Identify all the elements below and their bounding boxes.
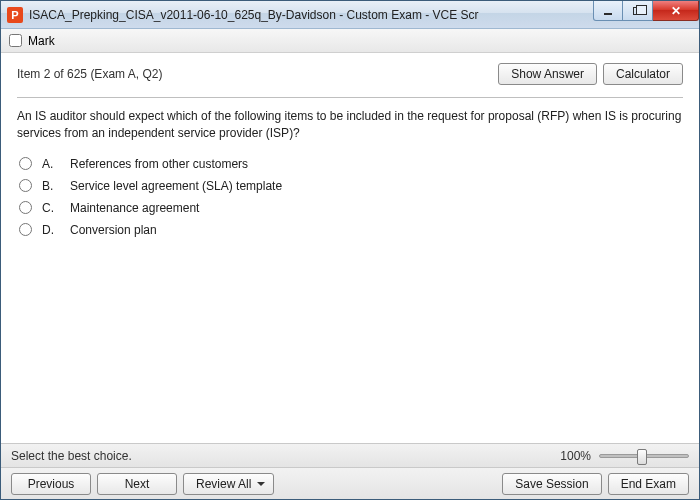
option-a-radio[interactable] (19, 157, 32, 170)
zoom-slider[interactable] (599, 454, 689, 458)
mark-label: Mark (28, 34, 55, 48)
maximize-button[interactable] (623, 1, 653, 21)
option-letter: D. (42, 223, 60, 237)
zoom-control: 100% (560, 449, 689, 463)
maximize-icon (633, 7, 642, 15)
app-window: P ISACA_Prepking_CISA_v2011-06-10_625q_B… (0, 0, 700, 500)
option-letter: C. (42, 201, 60, 215)
calculator-button[interactable]: Calculator (603, 63, 683, 85)
option-c[interactable]: C. Maintenance agreement (19, 201, 683, 215)
content-area: Item 2 of 625 (Exam A, Q2) Show Answer C… (1, 53, 699, 443)
window-title: ISACA_Prepking_CISA_v2011-06-10_625q_By-… (29, 8, 479, 22)
bottom-bar: Previous Next Review All Save Session En… (1, 467, 699, 499)
app-icon: P (7, 7, 23, 23)
option-a[interactable]: A. References from other customers (19, 157, 683, 171)
option-d[interactable]: D. Conversion plan (19, 223, 683, 237)
option-text: References from other customers (70, 157, 248, 171)
minimize-button[interactable] (593, 1, 623, 21)
review-all-button[interactable]: Review All (183, 473, 274, 495)
save-session-button[interactable]: Save Session (502, 473, 601, 495)
minimize-icon (604, 13, 612, 15)
option-letter: A. (42, 157, 60, 171)
previous-button[interactable]: Previous (11, 473, 91, 495)
window-controls: ✕ (593, 1, 699, 21)
close-button[interactable]: ✕ (653, 1, 699, 21)
item-header: Item 2 of 625 (Exam A, Q2) Show Answer C… (17, 63, 683, 85)
option-d-radio[interactable] (19, 223, 32, 236)
show-answer-button[interactable]: Show Answer (498, 63, 597, 85)
option-b-radio[interactable] (19, 179, 32, 192)
option-letter: B. (42, 179, 60, 193)
option-text: Maintenance agreement (70, 201, 199, 215)
option-c-radio[interactable] (19, 201, 32, 214)
mark-checkbox[interactable] (9, 34, 22, 47)
status-bar: Select the best choice. 100% (1, 443, 699, 467)
separator (17, 97, 683, 98)
next-button[interactable]: Next (97, 473, 177, 495)
status-hint: Select the best choice. (11, 449, 132, 463)
option-text: Conversion plan (70, 223, 157, 237)
question-text: An IS auditor should expect which of the… (17, 108, 683, 143)
zoom-value: 100% (560, 449, 591, 463)
close-icon: ✕ (671, 4, 681, 18)
item-counter: Item 2 of 625 (Exam A, Q2) (17, 67, 162, 81)
option-b[interactable]: B. Service level agreement (SLA) templat… (19, 179, 683, 193)
zoom-slider-thumb[interactable] (637, 449, 647, 465)
titlebar: P ISACA_Prepking_CISA_v2011-06-10_625q_B… (1, 1, 699, 29)
option-text: Service level agreement (SLA) template (70, 179, 282, 193)
mark-bar: Mark (1, 29, 699, 53)
end-exam-button[interactable]: End Exam (608, 473, 689, 495)
options-group: A. References from other customers B. Se… (17, 157, 683, 237)
